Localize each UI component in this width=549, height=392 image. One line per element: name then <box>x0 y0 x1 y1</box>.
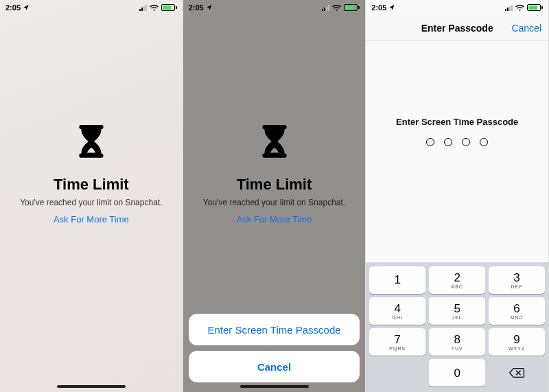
key-6[interactable]: 6MNO <box>489 297 545 325</box>
status-time: 2:05 <box>189 3 204 12</box>
key-blank <box>369 359 425 387</box>
battery-icon <box>344 4 360 11</box>
nav-header: Enter Passcode Cancel <box>366 15 548 41</box>
signal-icon <box>322 4 329 11</box>
battery-icon <box>161 4 177 11</box>
status-time: 2:05 <box>5 3 21 12</box>
time-limit-subtitle: You've reached your limit on Snapchat. <box>203 198 345 207</box>
status-bar: 2:05 <box>183 0 366 15</box>
home-indicator[interactable] <box>57 385 126 388</box>
passcode-prompt: Enter Screen Time Passcode <box>396 117 518 127</box>
time-limit-subtitle: You've reached your limit on Snapchat. <box>20 198 162 207</box>
status-bar: 2:05 <box>0 0 183 15</box>
time-limit-body: Time Limit You've reached your limit on … <box>0 15 183 392</box>
passcode-dot <box>480 138 488 146</box>
location-icon <box>206 4 213 11</box>
passcode-dots <box>426 138 488 146</box>
time-limit-title: Time Limit <box>54 176 129 194</box>
numeric-keypad: 1 2ABC 3DEF 4GHI 5JKL 6MNO 7PQRS 8TUV 9W… <box>366 262 548 392</box>
nav-title: Enter Passcode <box>421 23 493 34</box>
hourglass-icon <box>77 125 106 163</box>
wifi-icon <box>332 4 341 11</box>
location-icon <box>388 4 395 11</box>
passcode-dot <box>462 138 470 146</box>
wifi-icon <box>515 4 524 11</box>
key-3[interactable]: 3DEF <box>489 266 545 294</box>
status-time: 2:05 <box>371 3 386 12</box>
key-4[interactable]: 4GHI <box>369 297 425 325</box>
key-5[interactable]: 5JKL <box>429 297 485 325</box>
battery-icon <box>527 4 543 11</box>
key-7[interactable]: 7PQRS <box>369 328 425 356</box>
key-2[interactable]: 2ABC <box>429 266 485 294</box>
signal-icon <box>505 4 513 11</box>
wifi-icon <box>150 4 159 11</box>
ask-for-more-time-link[interactable]: Ask For More Time <box>237 214 312 224</box>
signal-icon <box>139 4 147 11</box>
passcode-dot <box>426 138 434 146</box>
cancel-button[interactable]: Cancel <box>189 351 360 382</box>
enter-passcode-button[interactable]: Enter Screen Time Passcode <box>189 314 360 345</box>
ask-for-more-time-link[interactable]: Ask For More Time <box>54 214 129 224</box>
screen-time-limit: 2:05 Time Limit You've reached your limi… <box>0 0 183 392</box>
cancel-button[interactable]: Cancel <box>511 23 541 34</box>
action-sheet: Enter Screen Time Passcode Cancel <box>189 314 360 382</box>
key-1[interactable]: 1 <box>369 266 425 294</box>
key-9[interactable]: 9WXYZ <box>489 328 545 356</box>
location-icon <box>23 4 30 11</box>
key-8[interactable]: 8TUV <box>429 328 485 356</box>
screen-time-limit-actionsheet: 2:05 Time Limit You've reached your limi… <box>183 0 366 392</box>
key-0[interactable]: 0 <box>429 359 485 387</box>
hourglass-icon <box>260 125 289 163</box>
passcode-dot <box>444 138 452 146</box>
status-bar: 2:05 <box>366 0 548 15</box>
time-limit-title: Time Limit <box>237 176 312 194</box>
screen-enter-passcode: 2:05 Enter Passcode Cancel Enter Screen … <box>366 0 549 392</box>
passcode-area: Enter Screen Time Passcode <box>366 41 548 262</box>
backspace-key[interactable] <box>489 359 545 387</box>
home-indicator[interactable] <box>240 385 309 388</box>
